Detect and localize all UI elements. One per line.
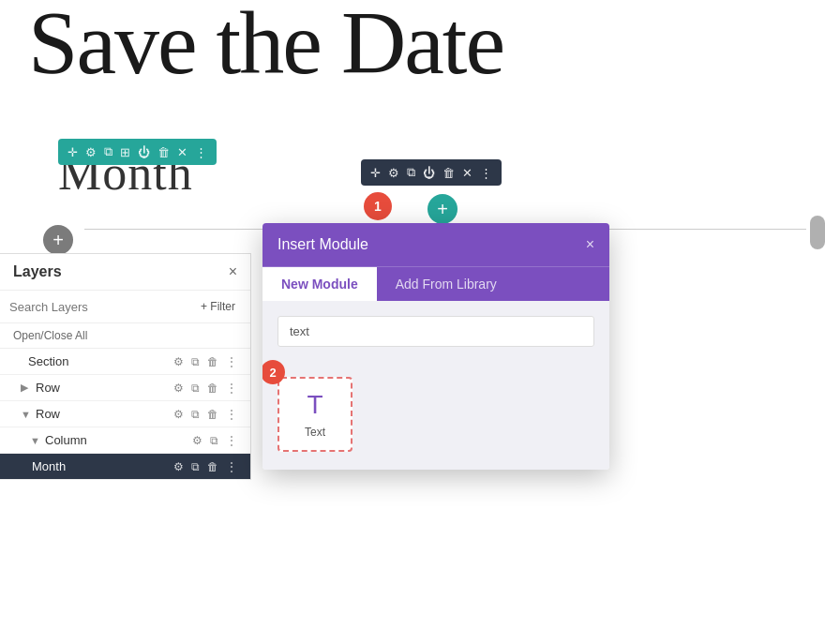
toolbar-duplicate-icon[interactable]: ⧉: [104, 144, 112, 159]
toolbar-more-icon[interactable]: ⋮: [195, 145, 207, 159]
row-toolbar-settings-icon[interactable]: ⚙: [388, 166, 399, 180]
row1-toggle[interactable]: ▶: [21, 382, 30, 394]
add-section-button[interactable]: +: [43, 225, 73, 255]
layer-item-row-2: ▼ Row ⚙ ⧉ 🗑 ⋮: [0, 401, 250, 427]
dialog-title: Insert Module: [278, 236, 368, 253]
dialog-tabs: New Module Add From Library: [262, 266, 609, 301]
row-toolbar-close-icon[interactable]: ✕: [462, 166, 472, 180]
dialog-close-button[interactable]: ×: [586, 236, 594, 253]
row1-duplicate-icon[interactable]: ⧉: [191, 382, 200, 395]
row1-settings-icon[interactable]: ⚙: [173, 382, 184, 395]
row-toolbar-move-icon[interactable]: ✛: [370, 166, 381, 180]
layers-panel: Layers × + Filter Open/Close All Section…: [0, 253, 251, 480]
element-toolbar-top[interactable]: ✛ ⚙ ⧉ ⊞ ⏻ 🗑 ✕ ⋮: [58, 139, 217, 165]
month-duplicate-icon[interactable]: ⧉: [191, 460, 200, 473]
element-toolbar-row[interactable]: ✛ ⚙ ⧉ ⏻ 🗑 ✕ ⋮: [361, 159, 502, 186]
layers-filter-button[interactable]: + Filter: [195, 298, 241, 315]
row1-more-icon[interactable]: ⋮: [226, 382, 237, 395]
row2-label: Row: [36, 407, 168, 421]
row2-duplicate-icon[interactable]: ⧉: [191, 408, 200, 421]
layers-title: Layers: [13, 263, 62, 280]
toolbar-delete-icon[interactable]: 🗑: [158, 145, 170, 159]
row1-label: Row: [36, 381, 168, 395]
layer-item-section: Section ⚙ ⧉ 🗑 ⋮: [0, 349, 250, 375]
row1-delete-icon[interactable]: 🗑: [207, 382, 218, 395]
toolbar-move-icon[interactable]: ✛: [68, 145, 78, 159]
layers-header: Layers ×: [0, 254, 250, 291]
row1-icons: ⚙ ⧉ 🗑 ⋮: [173, 382, 237, 395]
layers-open-close-all[interactable]: Open/Close All: [0, 323, 250, 349]
column-label: Column: [45, 433, 187, 447]
column-icons: ⚙ ⧉ ⋮: [192, 434, 237, 447]
save-the-date-heading: Save the Date: [28, 0, 503, 95]
row-toolbar-duplicate-icon[interactable]: ⧉: [407, 165, 415, 180]
row2-settings-icon[interactable]: ⚙: [173, 408, 184, 421]
column-more-icon[interactable]: ⋮: [226, 434, 237, 447]
toolbar-grid-icon[interactable]: ⊞: [120, 145, 130, 159]
column-toggle[interactable]: ▼: [30, 435, 39, 446]
section-more-icon[interactable]: ⋮: [226, 355, 237, 368]
month-module-label: Month: [13, 459, 168, 473]
section-settings-icon[interactable]: ⚙: [173, 355, 184, 368]
toolbar-close-icon[interactable]: ✕: [177, 145, 188, 159]
row2-icons: ⚙ ⧉ 🗑 ⋮: [173, 408, 237, 421]
text-module-icon: T: [307, 390, 322, 420]
row2-toggle[interactable]: ▼: [21, 409, 30, 420]
tab-add-from-library[interactable]: Add From Library: [377, 267, 516, 301]
row-toolbar-more-icon[interactable]: ⋮: [480, 166, 492, 180]
section-duplicate-icon[interactable]: ⧉: [191, 355, 200, 368]
module-search-input[interactable]: [278, 316, 594, 347]
month-settings-icon[interactable]: ⚙: [173, 460, 184, 473]
month-delete-icon[interactable]: 🗑: [207, 460, 218, 473]
layers-search-input[interactable]: [9, 300, 188, 314]
layers-search-row: + Filter: [0, 291, 250, 323]
row-toolbar-delete-icon[interactable]: 🗑: [442, 166, 455, 180]
month-more-icon[interactable]: ⋮: [226, 460, 237, 473]
row2-more-icon[interactable]: ⋮: [226, 408, 237, 421]
column-duplicate-icon[interactable]: ⧉: [210, 434, 218, 447]
layer-item-row-1: ▶ Row ⚙ ⧉ 🗑 ⋮: [0, 375, 250, 401]
section-label: Section: [28, 354, 168, 368]
toolbar-power-icon[interactable]: ⏻: [138, 145, 150, 159]
module-item-text[interactable]: T Text: [278, 377, 352, 452]
text-module-label: Text: [305, 426, 325, 439]
tab-new-module[interactable]: New Module: [262, 267, 377, 301]
scroll-handle[interactable]: [810, 216, 825, 249]
section-icons: ⚙ ⧉ 🗑 ⋮: [173, 355, 237, 368]
layer-item-column: ▼ Column ⚙ ⧉ ⋮: [0, 427, 250, 454]
add-module-button[interactable]: +: [428, 194, 458, 224]
layer-item-month: Month ⚙ ⧉ 🗑 ⋮: [0, 454, 250, 480]
section-delete-icon[interactable]: 🗑: [207, 355, 218, 368]
toolbar-settings-icon[interactable]: ⚙: [85, 145, 97, 159]
dialog-body: 2 T Text: [262, 301, 609, 470]
badge-1: 1: [364, 192, 392, 220]
row2-delete-icon[interactable]: 🗑: [207, 408, 218, 421]
column-settings-icon[interactable]: ⚙: [192, 434, 202, 447]
dialog-header: Insert Module ×: [262, 223, 609, 266]
row-toolbar-power-icon[interactable]: ⏻: [423, 166, 435, 180]
module-grid: T Text: [278, 377, 594, 452]
insert-module-dialog: Insert Module × New Module Add From Libr…: [262, 223, 609, 470]
layers-close-button[interactable]: ×: [229, 263, 237, 280]
month-module-icons: ⚙ ⧉ 🗑 ⋮: [173, 460, 237, 473]
